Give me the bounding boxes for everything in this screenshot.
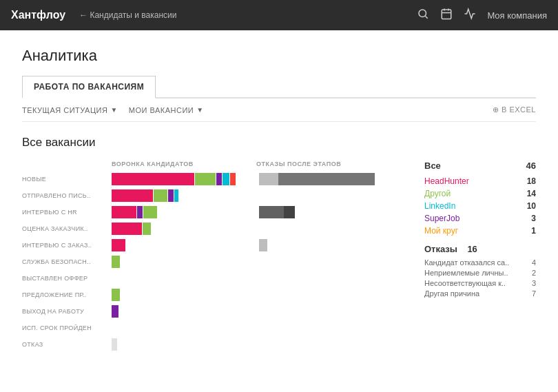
bar-segment — [216, 173, 222, 185]
chart-icon[interactable] — [464, 8, 476, 23]
refusal-reason-label: Несоответствующая к.. — [424, 279, 506, 287]
funnel-bar-container — [112, 189, 256, 202]
company-link[interactable]: Моя компания — [487, 10, 547, 21]
row-label: СЛУЖБА БЕЗОПАСН.. — [22, 258, 112, 265]
row-label: ИНТЕРВЬЮ С HR — [22, 209, 112, 216]
bar-segment — [223, 173, 229, 185]
row-label: ОТКАЗ — [22, 341, 112, 348]
source-label: Мой круг — [424, 226, 458, 236]
row-label: ОТПРАВЛЕНО ПИСЬ.. — [22, 192, 112, 199]
bar-segment — [195, 173, 216, 185]
row-label: ВЫСТАВЛЕН ОФФЕР — [22, 275, 112, 282]
bar-segment — [112, 305, 118, 318]
source-count: 14 — [527, 189, 536, 198]
bar-segment — [112, 206, 136, 218]
refusal-reason-count: 4 — [532, 258, 536, 267]
bar-segment — [259, 239, 267, 251]
row-label: ПРЕДЛОЖЕНИЕ ПР.. — [22, 291, 112, 298]
funnel-bar-container — [112, 223, 256, 235]
refusal-bar-container — [259, 189, 383, 202]
refusal-reason-count: 2 — [532, 269, 536, 277]
bar-segment — [112, 173, 194, 185]
chart-row: СЛУЖБА БЕЗОПАСН.. — [22, 254, 402, 269]
tab-work-by-vacancies[interactable]: РАБОТА ПО ВАКАНСИЯМ — [22, 76, 156, 99]
source-count: 10 — [527, 201, 536, 211]
funnel-bar-container — [112, 305, 256, 318]
refusal-reason-count: 3 — [532, 279, 536, 287]
chart-area: ВОРОНКА КАНДИДАТОВ ОТКАЗЫ ПОСЛЕ ЭТАПОВ Н… — [22, 161, 402, 352]
refusal-reason-row: Несоответствующая к..3 — [424, 279, 536, 287]
my-vacancies-btn[interactable]: МОИ ВАКАНСИИ ▼ — [129, 106, 204, 114]
bar-segment — [112, 239, 125, 251]
refusal-reason-row: Кандидат отказался са..4 — [424, 258, 536, 267]
refusal-reason-label: Неприемлемые личны.. — [424, 269, 508, 277]
calendar-icon[interactable] — [440, 8, 453, 23]
refusal-bar-container — [259, 322, 383, 334]
total-label: Все — [424, 161, 441, 171]
bar-segment — [174, 189, 178, 202]
current-situation-btn[interactable]: ТЕКУЩАЯ СИТУАЦИЯ ▼ — [22, 106, 118, 114]
source-row: LinkedIn10 — [424, 201, 536, 211]
chart-headers: ВОРОНКА КАНДИДАТОВ ОТКАЗЫ ПОСЛЕ ЭТАПОВ — [112, 161, 402, 167]
bar-segment — [284, 206, 295, 218]
bar-segment — [143, 206, 157, 218]
logo: Хантфлоу — [11, 9, 65, 21]
bar-segment — [168, 189, 174, 202]
refusal-bar-container — [259, 256, 383, 268]
bar-segment — [112, 289, 120, 301]
bar-segment — [112, 223, 142, 235]
chart-rows: НОВЫЕОТПРАВЛЕНО ПИСЬ..ИНТЕРВЬЮ С HRОЦЕНК… — [22, 172, 402, 352]
back-link[interactable]: ← Кандидаты и вакансии — [79, 10, 176, 20]
chart-row: НОВЫЕ — [22, 172, 402, 187]
funnel-bar-container — [112, 206, 256, 218]
chart-row: ПРЕДЛОЖЕНИЕ ПР.. — [22, 287, 402, 302]
chevron-down-icon: ▼ — [196, 106, 203, 114]
funnel-bar-container — [112, 322, 256, 334]
svg-line-1 — [426, 16, 428, 18]
refusal-bar-container — [259, 223, 383, 235]
chart-row: ИСП. СРОК ПРОЙДЕН — [22, 320, 402, 336]
row-label: ИСП. СРОК ПРОЙДЕН — [22, 324, 112, 331]
funnel-bar-container — [112, 272, 256, 285]
source-count: 1 — [531, 226, 536, 236]
refusal-reason-label: Другая причина — [424, 289, 479, 298]
bar-segment — [143, 223, 151, 235]
sources-list: HeadHunter18Другой14LinkedIn10SuperJob3М… — [424, 176, 536, 236]
refusals-header: ОТКАЗЫ ПОСЛЕ ЭТАПОВ — [256, 161, 380, 167]
source-row: Другой14 — [424, 189, 536, 198]
source-count: 18 — [527, 176, 536, 186]
bar-segment — [230, 173, 236, 185]
bar-segment — [112, 256, 120, 268]
source-row: Мой круг1 — [424, 226, 536, 236]
row-label: ВЫХОД НА РАБОТУ — [22, 308, 112, 315]
chart-row: ИНТЕРВЬЮ С ЗАКАЗ.. — [22, 238, 402, 253]
refusal-bar-container — [259, 305, 383, 318]
refusal-bar-container — [259, 173, 383, 185]
source-label: SuperJob — [424, 214, 459, 223]
section-title: Все вакансии — [22, 136, 536, 149]
refusal-bar-container — [259, 338, 383, 351]
funnel-bar-container — [112, 256, 256, 268]
row-label: ИНТЕРВЬЮ С ЗАКАЗ.. — [22, 242, 112, 249]
funnel-bar-container — [112, 239, 256, 251]
funnel-header: ВОРОНКА КАНДИДАТОВ — [112, 161, 256, 167]
page-title: Аналитика — [22, 47, 536, 65]
export-excel-btn[interactable]: ⊕ В EXCEL — [493, 105, 536, 114]
toolbar: ТЕКУЩАЯ СИТУАЦИЯ ▼ МОИ ВАКАНСИИ ▼ ⊕ В EX… — [22, 99, 536, 122]
source-row: HeadHunter18 — [424, 176, 536, 186]
toolbar-left: ТЕКУЩАЯ СИТУАЦИЯ ▼ МОИ ВАКАНСИИ ▼ — [22, 106, 204, 114]
funnel-bar-container — [112, 289, 256, 301]
refusal-reason-count: 7 — [532, 289, 536, 298]
search-icon[interactable] — [417, 8, 429, 23]
source-label: HeadHunter — [424, 176, 469, 186]
analytics-grid: ВОРОНКА КАНДИДАТОВ ОТКАЗЫ ПОСЛЕ ЭТАПОВ Н… — [22, 161, 536, 352]
row-label: ОЦЕНКА ЗАКАЗЧИК.. — [22, 225, 112, 232]
bar-segment — [259, 173, 278, 185]
stats-panel: Все 46 HeadHunter18Другой14LinkedIn10Sup… — [419, 161, 536, 352]
stats-total: Все 46 — [424, 161, 536, 171]
refusal-bar-container — [259, 206, 383, 218]
chart-row: ОТПРАВЛЕНО ПИСЬ.. — [22, 188, 402, 203]
funnel-bar-container — [112, 338, 256, 351]
refusal-reason-label: Кандидат отказался са.. — [424, 258, 509, 267]
refusal-bar-container — [259, 239, 383, 251]
